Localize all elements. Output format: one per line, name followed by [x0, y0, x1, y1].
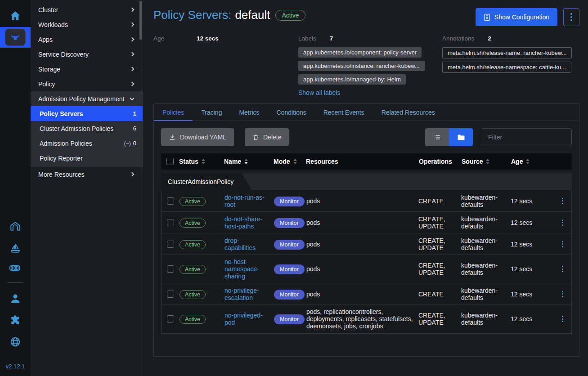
cluster-coil-icon[interactable]	[9, 264, 22, 273]
tab[interactable]: Metrics	[230, 104, 268, 121]
chevron-right-icon	[130, 82, 135, 86]
row-checkbox[interactable]	[167, 265, 174, 273]
row-name-link[interactable]: do-not-run-as-root	[224, 194, 274, 208]
table-row: Active do-not-share-host-paths Monitor p…	[162, 212, 571, 233]
row-resources: pods	[306, 241, 418, 248]
row-actions-menu-button[interactable]	[553, 316, 571, 322]
row-age: 12 secs	[511, 315, 553, 322]
sidebar-item[interactable]: Storage	[31, 62, 143, 76]
list-icon	[433, 134, 441, 141]
page-title: Policy Servers:default	[153, 8, 270, 22]
chevron-right-icon	[130, 37, 135, 42]
grouped-view-button[interactable]	[449, 128, 473, 146]
rancher-steer-icon	[5, 29, 26, 46]
cluster-sailboat-icon[interactable]	[9, 242, 21, 254]
row-operations: CREATE, UPDATE	[418, 262, 461, 276]
row-age: 12 secs	[511, 219, 553, 226]
header-actions-menu-button[interactable]	[563, 8, 579, 26]
tab[interactable]: Related Resources	[373, 104, 444, 121]
row-status-badge: Active	[180, 219, 206, 228]
users-auth-icon[interactable]	[9, 293, 21, 304]
label-chip: app.kubernetes.io/managed-by: Helm	[298, 74, 406, 85]
chevron-right-icon	[130, 8, 135, 12]
table-group-band: ClusterAdmissionPolicy	[161, 173, 572, 190]
show-configuration-button[interactable]: Show Configuration	[476, 8, 557, 26]
row-actions-menu-button[interactable]	[553, 266, 571, 272]
tab[interactable]: Conditions	[268, 104, 315, 121]
cluster-shed-icon[interactable]	[9, 220, 21, 232]
filter-input[interactable]	[482, 128, 572, 146]
cluster-manager-button[interactable]	[0, 27, 31, 48]
global-settings-globe-icon[interactable]	[9, 336, 21, 348]
row-actions-menu-button[interactable]	[553, 219, 571, 226]
row-operations: CREATE, UPDATE	[418, 237, 461, 251]
sidebar-item[interactable]: Policy	[31, 76, 143, 91]
sidebar-item[interactable]: Apps	[31, 32, 143, 47]
sidebar-group-admission-policy-management: Admission Policy Management Policy Serve…	[31, 91, 143, 167]
row-checkbox[interactable]	[167, 197, 174, 205]
download-yaml-button[interactable]: Download YAML	[161, 128, 234, 146]
tab[interactable]: Recent Events	[315, 104, 373, 121]
sidebar-item[interactable]: Workloads	[31, 17, 143, 32]
extensions-puzzle-icon[interactable]	[9, 314, 21, 326]
row-name-link[interactable]: no-privilege-escalation	[224, 287, 274, 301]
sidebar-scrollbar[interactable]	[139, 1, 142, 40]
delete-button[interactable]: Delete	[245, 128, 289, 146]
column-header-status[interactable]: Status	[179, 158, 224, 165]
row-operations: CREATE, UPDATE	[418, 215, 461, 230]
row-actions-menu-button[interactable]	[553, 241, 571, 247]
column-header-operations[interactable]: Operations	[419, 158, 462, 165]
row-mode-badge: Monitor	[274, 290, 305, 300]
sidebar-item-more-resources[interactable]: More Resources	[31, 167, 143, 182]
row-checkbox[interactable]	[167, 241, 174, 248]
sidebar-item-label: Cluster	[38, 6, 58, 13]
list-view-button[interactable]	[425, 128, 449, 146]
column-header-source[interactable]: Source	[462, 158, 511, 165]
row-name-link[interactable]: no-host-namespace-sharing	[224, 258, 274, 280]
sidebar-subitem-count: (−)0	[124, 140, 136, 147]
row-age: 12 secs	[511, 241, 553, 248]
sort-icon	[293, 159, 297, 164]
row-mode-badge: Monitor	[274, 314, 305, 324]
sidebar-subitem-label: Cluster Admission Policies	[40, 125, 113, 132]
page-title-type-link[interactable]: Policy Servers:	[153, 8, 231, 22]
sidebar-subitem[interactable]: Admission Policies (−)0	[31, 136, 143, 151]
sidebar-subitem[interactable]: Policy Servers 1	[31, 106, 143, 121]
row-actions-menu-button[interactable]	[553, 291, 571, 297]
row-checkbox[interactable]	[167, 291, 174, 298]
column-header-age[interactable]: Age	[511, 158, 554, 165]
row-name-link[interactable]: no-privileged-pod	[224, 312, 274, 326]
sidebar-subitem[interactable]: Cluster Admission Policies 6	[31, 121, 143, 136]
tab[interactable]: Policies	[154, 104, 193, 121]
labels-count: 7	[330, 35, 333, 42]
row-checkbox[interactable]	[167, 219, 174, 226]
sidebar-group-header[interactable]: Admission Policy Management	[31, 91, 143, 106]
column-header-name[interactable]: Name	[224, 158, 274, 165]
sidebar-item-label: Apps	[38, 36, 53, 43]
sidebar-item[interactable]: Service Discovery	[31, 47, 143, 62]
sidebar-item-label: Workloads	[38, 21, 68, 28]
sidebar-item[interactable]: Cluster	[31, 2, 143, 17]
kebab-icon	[562, 241, 563, 247]
row-name-link[interactable]: do-not-share-host-paths	[224, 215, 274, 230]
select-all-checkbox[interactable]	[166, 158, 174, 165]
tab[interactable]: Tracing	[193, 104, 230, 121]
row-status-badge: Active	[180, 265, 206, 274]
annotations-label: Annotations	[442, 35, 474, 42]
chevron-down-icon	[130, 96, 135, 100]
column-header-mode[interactable]: Mode	[274, 158, 306, 165]
column-header-resources[interactable]: Resources	[306, 158, 419, 165]
label-chip: app.kubernetes.io/component: policy-serv…	[298, 47, 422, 58]
download-yaml-label: Download YAML	[180, 134, 226, 141]
row-mode-badge: Monitor	[274, 240, 305, 250]
home-button[interactable]	[9, 10, 21, 22]
table-row: Active no-host-namespace-sharing Monitor…	[162, 255, 571, 283]
row-source: kubewarden-defaults	[461, 215, 511, 230]
sidebar-item-label: Storage	[38, 66, 60, 73]
sidebar-subitem[interactable]: Policy Reporter	[31, 151, 143, 166]
row-checkbox[interactable]	[167, 315, 174, 322]
row-actions-menu-button[interactable]	[553, 198, 571, 204]
row-name-link[interactable]: drop-capabilities	[224, 237, 274, 251]
show-all-labels-link[interactable]: Show all labels	[298, 89, 340, 96]
sidebar-subitem-count: 6	[131, 125, 136, 132]
